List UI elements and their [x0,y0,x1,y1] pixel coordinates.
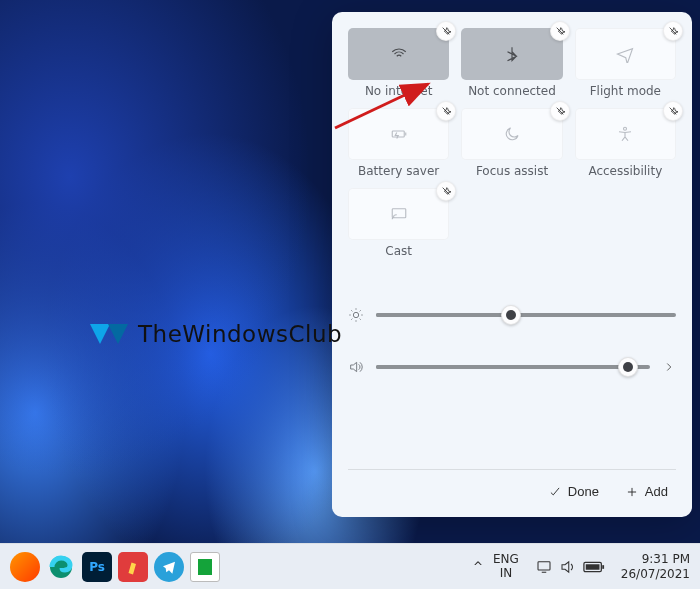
taskbar-app-photoshop[interactable]: Ps [82,552,112,582]
sliders-section [348,282,676,400]
svg-rect-11 [602,565,604,569]
tile-wrap-focus: Focus assist [461,108,562,178]
quick-settings-footer: Done Add [348,469,676,509]
bluetooth-tile[interactable] [461,28,562,80]
svg-point-1 [624,127,627,130]
tile-wrap-bluetooth: Not connected [461,28,562,98]
bluetooth-tile-label: Not connected [468,84,556,98]
quick-settings-tiles: No internet Not connected Flight mode [348,28,676,258]
watermark: TheWindowsClub [90,318,342,350]
accessibility-icon [616,125,634,143]
tile-wrap-access: Accessibility [575,108,676,178]
done-button-label: Done [568,484,599,499]
unpin-icon [555,106,565,116]
watermark-text: TheWindowsClub [138,321,342,347]
bluetooth-icon [503,45,521,63]
brightness-icon [348,307,364,323]
svg-rect-9 [538,561,550,569]
brightness-slider-thumb[interactable] [501,305,521,325]
unpin-button-bluetooth[interactable] [550,21,570,41]
tray-chevron-up-icon[interactable]: ^ [473,560,483,574]
svg-rect-12 [586,564,600,570]
taskbar-left: Ps [10,552,220,582]
flight-mode-tile[interactable] [575,28,676,80]
unpin-button-wifi[interactable] [436,21,456,41]
focus-assist-tile[interactable] [461,108,562,160]
annotation-arrow [330,78,440,138]
cast-icon [390,205,408,223]
brightness-slider[interactable] [376,313,676,317]
unpin-button-cast[interactable] [436,181,456,201]
watermark-logo-icon [90,318,136,350]
unpin-icon [441,106,451,116]
network-icon [535,558,553,576]
battery-saver-tile-label: Battery saver [358,164,439,178]
unpin-button-access[interactable] [663,101,683,121]
unpin-button-flight[interactable] [663,21,683,41]
svg-line-5 [335,84,428,128]
clock[interactable]: 9:31 PM 26/07/2021 [621,552,690,581]
clock-date: 26/07/2021 [621,567,690,581]
airplane-icon [616,45,634,63]
svg-marker-6 [90,324,110,344]
unpin-icon [441,186,451,196]
battery-tray-icon [583,560,605,574]
volume-icon [348,359,364,375]
volume-tray-icon [559,558,577,576]
tile-wrap-cast: Cast [348,188,449,258]
brightness-slider-row [348,296,676,334]
wifi-tile[interactable] [348,28,449,80]
accessibility-tile-label: Accessibility [588,164,662,178]
unpin-button-focus[interactable] [550,101,570,121]
moon-icon [503,125,521,143]
taskbar-right: ^ ENG IN 9:31 PM 26/07/2021 [473,552,690,581]
focus-assist-tile-label: Focus assist [476,164,548,178]
unpin-icon [555,26,565,36]
volume-slider-row [348,348,676,386]
clock-time: 9:31 PM [621,552,690,566]
taskbar-app-firefox[interactable] [10,552,40,582]
taskbar-app-telegram[interactable] [154,552,184,582]
language-indicator[interactable]: ENG IN [493,553,519,581]
lang-line2: IN [493,567,519,581]
tile-wrap-flight: Flight mode [575,28,676,98]
flight-mode-tile-label: Flight mode [590,84,661,98]
svg-marker-7 [108,324,128,344]
plus-icon [625,485,639,499]
unpin-icon [668,106,678,116]
add-button-label: Add [645,484,668,499]
accessibility-tile[interactable] [575,108,676,160]
check-icon [548,485,562,499]
volume-slider[interactable] [376,365,650,369]
taskbar-app-ccleaner[interactable] [118,552,148,582]
taskbar: Ps ^ ENG IN 9:31 PM 26/07/2021 [0,543,700,589]
cast-tile-label: Cast [385,244,412,258]
done-button[interactable]: Done [540,478,607,505]
volume-slider-thumb[interactable] [618,357,638,377]
unpin-icon [668,26,678,36]
wifi-icon [390,45,408,63]
taskbar-app-edge[interactable] [46,552,76,582]
system-tray[interactable] [529,554,611,580]
lang-line1: ENG [493,553,519,567]
cast-tile[interactable] [348,188,449,240]
unpin-icon [441,26,451,36]
add-button[interactable]: Add [617,478,676,505]
svg-point-3 [353,312,358,317]
taskbar-app-libreoffice[interactable] [190,552,220,582]
svg-rect-2 [392,209,406,218]
chevron-right-icon[interactable] [662,360,676,374]
